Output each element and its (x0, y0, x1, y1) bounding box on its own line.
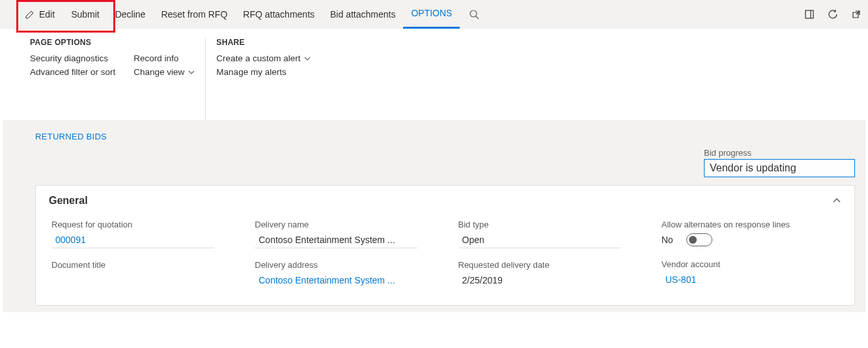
chevron-down-icon (188, 69, 195, 76)
create-alert-label: Create a custom alert (216, 53, 300, 63)
bid-type-label: Bid type (458, 220, 636, 229)
manage-alerts-link[interactable]: Manage my alerts (216, 67, 311, 77)
rfq-label: Request for quotation (51, 220, 229, 229)
delivery-name-label: Delivery name (255, 220, 432, 229)
manage-alerts-label: Manage my alerts (216, 67, 286, 77)
general-title: General (49, 195, 88, 207)
decline-label: Decline (115, 9, 146, 20)
pencil-icon (25, 9, 35, 20)
svg-point-0 (470, 10, 477, 17)
chevron-down-icon (304, 55, 311, 62)
share-title: SHARE (216, 38, 311, 47)
allow-alt-toggle[interactable] (686, 233, 712, 246)
vendor-account-label: Vendor account (662, 259, 839, 269)
options-label: OPTIONS (411, 8, 452, 18)
svg-rect-1 (805, 10, 813, 18)
refresh-icon[interactable] (821, 9, 845, 20)
reset-button[interactable]: Reset from RFQ (153, 0, 235, 29)
create-alert-link[interactable]: Create a custom alert (216, 53, 311, 63)
advanced-filter-link[interactable]: Advanced filter or sort (30, 67, 115, 77)
doc-title-label: Document title (51, 260, 229, 270)
options-ribbon: PAGE OPTIONS Security diagnostics Advanc… (0, 29, 868, 120)
page-options-title: PAGE OPTIONS (30, 38, 195, 47)
status-row: Bid progress Vendor is updating (3, 148, 865, 177)
returned-bids-title: RETURNED BIDS (35, 132, 865, 141)
submit-button[interactable]: Submit (63, 0, 107, 29)
bid-type-value[interactable]: Open (458, 232, 621, 248)
page-header: RETURNED BIDS (3, 120, 865, 141)
search-button[interactable] (460, 9, 488, 20)
delivery-address-label: Delivery address (255, 260, 432, 270)
decline-button[interactable]: Decline (107, 0, 154, 29)
security-diagnostics-label: Security diagnostics (30, 53, 108, 63)
allow-alt-label: Allow alternates on response lines (662, 220, 839, 229)
submit-label: Submit (71, 9, 100, 20)
ribbon-group-share: SHARE Create a custom alert Manage my al… (205, 38, 321, 120)
popout-icon[interactable] (845, 9, 868, 20)
bid-progress-value[interactable]: Vendor is updating (704, 159, 855, 177)
rfq-value[interactable]: 000091 (51, 232, 214, 248)
search-icon (469, 9, 479, 20)
bid-progress-label: Bid progress (704, 148, 855, 158)
rfq-attachments-button[interactable]: RFQ attachments (235, 0, 322, 29)
office-icon[interactable] (798, 9, 821, 20)
requested-date-value[interactable]: 2/25/2019 (458, 272, 636, 288)
action-toolbar: Edit Submit Decline Reset from RFQ RFQ a… (0, 0, 868, 29)
options-tab[interactable]: OPTIONS (403, 0, 460, 29)
page-body: RETURNED BIDS Bid progress Vendor is upd… (3, 120, 865, 312)
delivery-name-value[interactable]: Contoso Entertainment System ... (255, 232, 417, 248)
record-info-label: Record info (133, 53, 178, 63)
security-diagnostics-link[interactable]: Security diagnostics (30, 53, 115, 63)
ribbon-group-page-options: PAGE OPTIONS Security diagnostics Advanc… (30, 38, 205, 120)
delivery-address-value[interactable]: Contoso Entertainment System ... (255, 272, 432, 288)
vendor-account-value[interactable]: US-801 (662, 272, 839, 287)
toggle-knob (689, 236, 697, 244)
change-view-link[interactable]: Change view (133, 67, 195, 77)
advanced-filter-label: Advanced filter or sort (30, 67, 115, 77)
reset-label: Reset from RFQ (161, 9, 227, 20)
allow-alt-value: No (662, 232, 677, 248)
general-card: General Request for quotation 000091 Doc… (35, 185, 855, 306)
collapse-icon[interactable] (832, 196, 841, 205)
rfq-attachments-label: RFQ attachments (243, 9, 315, 20)
bid-attachments-button[interactable]: Bid attachments (322, 0, 403, 29)
bid-attachments-label: Bid attachments (330, 9, 395, 20)
edit-button[interactable]: Edit (0, 0, 63, 29)
record-info-link[interactable]: Record info (133, 53, 195, 63)
change-view-label: Change view (133, 67, 184, 77)
edit-label: Edit (39, 9, 55, 20)
requested-date-label: Requested delivery date (458, 260, 636, 270)
